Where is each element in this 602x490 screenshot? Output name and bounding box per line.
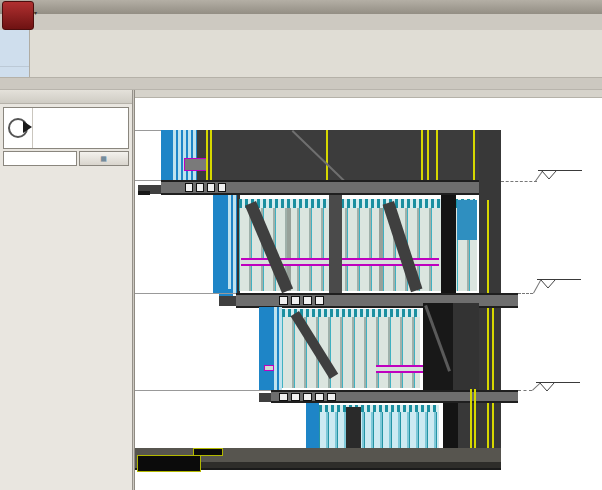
- roof-stud-line: [210, 130, 212, 180]
- core-stud-line: [492, 305, 494, 468]
- drawing-area[interactable]: [134, 90, 602, 490]
- revit-window: ▾: [0, 0, 602, 490]
- view-top-band: [135, 90, 602, 98]
- properties-header: [0, 90, 132, 104]
- building-roof-band: [161, 130, 501, 180]
- application-menu-arrow-icon[interactable]: ▾: [34, 9, 37, 16]
- roof-parapet-window: [184, 158, 208, 171]
- roof-stud-line: [436, 130, 438, 180]
- roof-insulation-hatch: [171, 130, 197, 180]
- ribbon: [0, 30, 602, 78]
- slab-beam-section: [327, 393, 336, 401]
- slab-beam-section: [207, 183, 215, 192]
- slab-beam-section: [303, 393, 312, 401]
- slab-beam-section: [315, 393, 324, 401]
- core-dark-2f: [453, 303, 479, 390]
- modify-panel: [0, 30, 30, 77]
- level-line-4f-right[interactable]: [501, 181, 537, 182]
- column-1f: [346, 407, 361, 453]
- core-stud-line: [487, 200, 489, 468]
- ribbon-tab-strip: [42, 14, 602, 30]
- curtain-blue-strip-2f: [259, 307, 272, 390]
- foundation-strip: [201, 462, 501, 468]
- column-black-3f: [441, 195, 456, 293]
- level-line-3f-left: [135, 293, 236, 294]
- window-frame-small-2f: [264, 365, 274, 371]
- slab-beam-section: [315, 296, 324, 305]
- roof-blue-strip: [161, 130, 171, 180]
- roof-stud-line: [421, 130, 423, 180]
- glazing-post-3f: [379, 208, 383, 291]
- title-bar: [0, 0, 602, 14]
- roof-stud-line: [473, 130, 475, 180]
- walkway-edge-4f-step: [138, 191, 150, 195]
- slab-beam-section: [279, 296, 288, 305]
- options-bar: [0, 78, 602, 90]
- roof-stud-line: [427, 130, 429, 180]
- select-dropdown[interactable]: [0, 66, 29, 77]
- edit-type-button[interactable]: ▦: [79, 151, 129, 166]
- curtain-blue-strip-3f: [213, 195, 226, 293]
- curtain-hatch-3f: [226, 195, 237, 293]
- walkway-edge-2f: [259, 393, 271, 402]
- level-head-icon[interactable]: [539, 383, 555, 392]
- slab-beam-section: [291, 393, 300, 401]
- slab-beam-section: [218, 183, 226, 192]
- roof-stud-line: [326, 130, 328, 180]
- type-selector[interactable]: [3, 107, 129, 149]
- properties-palette: ▦: [0, 90, 133, 490]
- level-line-3f-right[interactable]: [518, 293, 533, 294]
- level-head-icon[interactable]: [541, 171, 557, 180]
- instance-selector[interactable]: [3, 151, 77, 166]
- spandrel-band-2f: [282, 309, 420, 317]
- level-line-2f-right[interactable]: [518, 390, 532, 391]
- chevron-down-icon[interactable]: [119, 108, 128, 148]
- spandrel-band-1f: [319, 405, 439, 412]
- modify-button[interactable]: [0, 30, 29, 66]
- roof-stud-line: [206, 130, 208, 180]
- column-3f: [329, 195, 342, 293]
- revit-application-button[interactable]: [2, 1, 34, 30]
- roof-line-left: [135, 130, 161, 131]
- walkway-edge-3f: [219, 296, 236, 306]
- level-head-icon[interactable]: [540, 280, 556, 289]
- section-type-icon: [4, 108, 33, 148]
- spandrel-band-3f: [239, 199, 475, 208]
- properties-grid: [0, 167, 132, 490]
- level-line-2f-left: [135, 390, 271, 391]
- slab-beam-section: [196, 183, 204, 192]
- glazing-1f: [319, 412, 439, 453]
- slab-beam-section: [279, 393, 288, 401]
- edit-type-icon: ▦: [100, 155, 107, 163]
- level-line-4f-left: [135, 180, 161, 181]
- foundation-slab: [137, 455, 201, 472]
- foundation-step: [193, 448, 223, 456]
- slab-beam-section: [303, 296, 312, 305]
- instance-row: ▦: [3, 151, 129, 166]
- curtain-hatch-2f: [272, 307, 282, 390]
- glazing-right-3f: [457, 240, 477, 291]
- curtain-blue-right-3f: [457, 200, 477, 240]
- slab-beam-section: [291, 296, 300, 305]
- slab-beam-section: [185, 183, 193, 192]
